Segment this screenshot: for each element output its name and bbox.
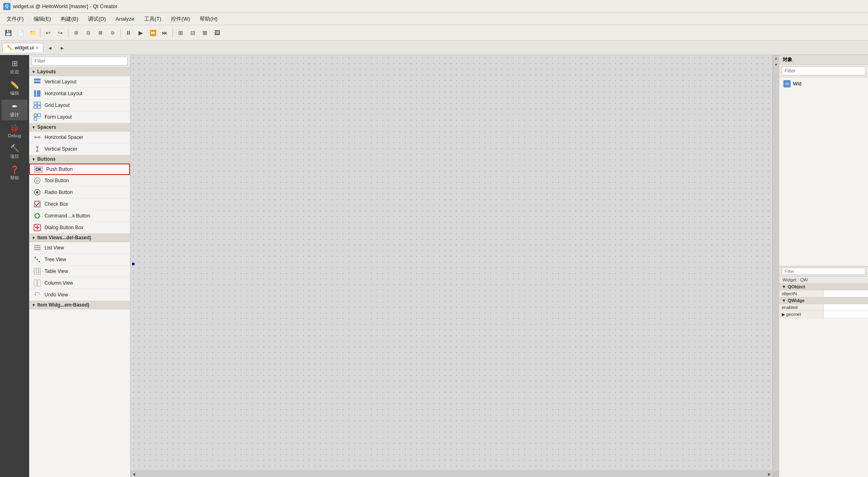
property-filter-input[interactable] (782, 268, 866, 275)
command-button-icon (33, 212, 41, 220)
item-column-view[interactable]: Column View (29, 277, 130, 289)
grid1-button[interactable]: ⊞ (175, 27, 186, 38)
item-grid-layout[interactable]: Grid Layout (29, 100, 130, 111)
toolbar-sep-2 (68, 28, 68, 37)
menu-item-analyze[interactable]: Analyze (111, 14, 139, 23)
tab-icon: ✏️ (7, 45, 13, 51)
prop-section-qwidget[interactable]: ▼ QWidge (779, 297, 868, 304)
next-button[interactable]: ⏭ (159, 27, 171, 38)
menu-item-d[interactable]: 调试(D) (83, 14, 111, 24)
horizontal-layout-icon (33, 89, 41, 98)
item-list-view[interactable]: List View (29, 242, 130, 254)
canvas-scrollbar-vertical[interactable]: ▲ ▼ (772, 55, 779, 471)
object-name: Wid (793, 81, 802, 87)
menu-item-w[interactable]: 控件(W) (166, 14, 195, 24)
layout-h-button[interactable]: ⊞ (70, 27, 82, 38)
prop-row-enabled: enabled (779, 304, 868, 311)
item-command-button[interactable]: Command ...k Button (29, 210, 130, 222)
section-item-widgets[interactable]: ▼ Item Widg...em-Based) (29, 301, 130, 309)
item-vertical-layout[interactable]: Vertical Layout (29, 76, 130, 88)
tab-close-button[interactable]: ✕ (35, 45, 39, 51)
item-horizontal-spacer[interactable]: Horizontal Spacer (29, 132, 130, 143)
menu-item-f[interactable]: 文件(F) (2, 14, 29, 24)
scroll-down-button[interactable]: ▼ (773, 62, 779, 68)
menu-item-t[interactable]: 工具(T) (139, 14, 166, 24)
widget-filter-input[interactable] (32, 57, 128, 66)
item-tool-button[interactable]: ⚙ Tool Button (29, 175, 130, 187)
undo-button[interactable]: ↩ (43, 27, 54, 38)
table-view-label: Table View (45, 268, 68, 274)
section-item-views[interactable]: ▼ Item Views...del-Based) (29, 234, 130, 242)
menu-item-e[interactable]: 编辑(E) (29, 14, 56, 24)
item-radio-button[interactable]: Radio Button (29, 187, 130, 198)
scroll-up-button[interactable]: ▲ (773, 55, 779, 62)
sidebar-item-help[interactable]: ❓ 帮助 (2, 163, 28, 183)
sidebar-item-welcome[interactable]: ⊞ 欢迎 (2, 57, 28, 77)
new-file-button[interactable]: 📄 (15, 27, 26, 38)
item-dialog-button-box[interactable]: Dialog Button Box (29, 222, 130, 234)
tab-nav-right[interactable]: ▸ (56, 42, 68, 53)
redo-button[interactable]: ↪ (55, 27, 66, 38)
save-button[interactable]: 💾 (2, 27, 14, 38)
toolbar-sep-1 (40, 28, 41, 37)
tab-widget-ui[interactable]: ✏️ widget.ui ✕ (2, 43, 43, 52)
item-horizontal-layout[interactable]: Horizontal Layout (29, 88, 130, 100)
svg-rect-35 (34, 268, 41, 275)
item-check-box[interactable]: Check Box (29, 198, 130, 210)
preview-button[interactable]: 🖼 (211, 27, 223, 38)
sidebar-item-project[interactable]: 🔨 项目 (2, 141, 28, 162)
menu-item-h[interactable]: 帮助(H) (195, 14, 222, 24)
section-spacers[interactable]: ▼ Spacers (29, 123, 130, 132)
canvas-inner[interactable] (130, 55, 772, 471)
radio-button-label: Radio Button (45, 190, 73, 195)
canvas-area: ▲ ▼ ◀ ▶ (130, 55, 779, 477)
section-layouts-label: Layouts (37, 69, 56, 75)
layout-v-button[interactable]: ⊟ (83, 27, 94, 38)
scroll-right-button[interactable]: ▶ (766, 471, 772, 477)
item-undo-view[interactable]: Undo View (29, 289, 130, 301)
vertical-layout-icon (33, 78, 41, 86)
svg-rect-41 (38, 280, 41, 286)
command-button-label: Command ...k Button (45, 213, 90, 219)
grid3-button[interactable]: ⊠ (199, 27, 211, 38)
break-layout-button[interactable]: ⊘ (107, 27, 118, 38)
prop-row-objectname: objectN (779, 290, 868, 297)
section-buttons[interactable]: ▼ Buttons (29, 155, 130, 164)
grid2-button[interactable]: ⊟ (187, 27, 198, 38)
grid-layout-icon (33, 101, 41, 109)
item-push-button[interactable]: OK Push Button (29, 164, 130, 175)
help-icon: ❓ (10, 165, 19, 174)
prop-value-objectname[interactable] (824, 290, 868, 297)
canvas-scrollbar-horizontal[interactable]: ◀ ▶ (130, 471, 772, 477)
prop-section-qobject[interactable]: ▼ QObject (779, 283, 868, 290)
sidebar-item-design[interactable]: ✒ 设计 (2, 100, 28, 120)
section-layouts[interactable]: ▼ Layouts (29, 68, 130, 76)
object-panel-title: 对象 (783, 57, 792, 62)
check-box-label: Check Box (45, 201, 68, 207)
item-form-layout[interactable]: Form Layout (29, 111, 130, 123)
object-filter-area (779, 65, 868, 77)
title-bar: Q widget.ui @ HelloWorld [master] - Qt C… (0, 0, 868, 13)
layout-grid-button[interactable]: ⊠ (95, 27, 106, 38)
run-button[interactable]: ▶ (135, 27, 146, 38)
pause-button[interactable]: ⏸ (123, 27, 134, 38)
tab-nav-left[interactable]: ◂ (44, 42, 55, 53)
sidebar-item-debug[interactable]: 🐞 Debug (2, 121, 28, 141)
app-icon: Q (3, 3, 11, 10)
prop-value-geometry[interactable] (824, 311, 868, 318)
item-table-view[interactable]: Table View (29, 266, 130, 277)
sidebar-item-edit[interactable]: ✏️ 编辑 (2, 78, 28, 99)
open-button[interactable]: 📁 (27, 27, 38, 38)
item-tree-view[interactable]: Tree View (29, 254, 130, 266)
scroll-left-button[interactable]: ◀ (130, 471, 137, 477)
menu-item-b[interactable]: 构建(B) (56, 14, 83, 24)
step-button[interactable]: ⏩ (147, 27, 158, 38)
tool-button-icon: ⚙ (33, 177, 41, 185)
prop-name-enabled: enabled (779, 304, 824, 311)
item-vertical-spacer[interactable]: Vertical Spacer (29, 143, 130, 155)
column-view-label: Column View (45, 280, 73, 286)
prop-value-enabled[interactable] (824, 304, 868, 311)
object-row-widget[interactable]: W Wid (783, 79, 865, 89)
section-item-views-arrow: ▼ (32, 236, 36, 240)
object-filter-input[interactable] (782, 66, 866, 75)
